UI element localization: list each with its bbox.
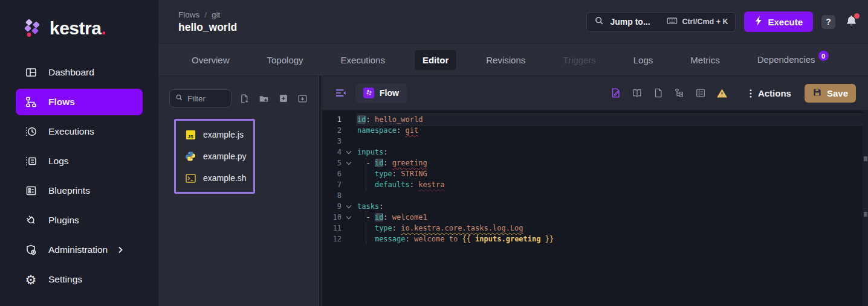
keyboard-icon xyxy=(667,16,678,28)
code-content: message: welcome to {{ inputs.greeting }… xyxy=(356,234,868,244)
indent-guide xyxy=(366,179,366,190)
code-line-7[interactable]: 7 defaults: kestra xyxy=(322,179,868,190)
tab-revisions[interactable]: Revisions xyxy=(478,50,533,70)
code-content: inputs: xyxy=(356,147,868,158)
sidebar-item-label: Administration xyxy=(48,244,108,255)
code-content: - id: greeting xyxy=(356,158,868,168)
editor-tab-flow[interactable]: Flow xyxy=(355,83,407,103)
topology-view-icon[interactable] xyxy=(674,88,685,99)
sidebar-item-settings[interactable]: ⚙Settings xyxy=(16,266,143,293)
save-button[interactable]: Save xyxy=(805,84,856,103)
code-content xyxy=(356,190,868,201)
actions-menu-button[interactable]: ⋮ Actions xyxy=(746,88,791,99)
code-line-2[interactable]: 2namespace: git xyxy=(322,125,868,136)
kestra-logo-icon xyxy=(22,18,44,39)
code-content: namespace: git xyxy=(356,125,868,136)
new-file-icon[interactable] xyxy=(239,94,250,104)
sidebar-item-label: Plugins xyxy=(48,215,79,226)
tab-editor[interactable]: Editor xyxy=(415,50,456,70)
code-line-11[interactable]: 11 type: io.kestra.core.tasks.log.Log xyxy=(322,223,868,234)
indent-guide xyxy=(366,168,366,179)
sidebar-item-label: Executions xyxy=(48,126,94,137)
gutter-spacer xyxy=(342,125,356,136)
code-line-8[interactable]: 8 xyxy=(322,190,868,201)
tab-metrics[interactable]: Metrics xyxy=(682,50,727,70)
file-item[interactable]: JSexample.js xyxy=(176,124,253,145)
tab-label: Topology xyxy=(267,55,303,65)
shortcut-hint: Ctrl/Cmd + K xyxy=(682,18,728,26)
line-number: 8 xyxy=(322,190,342,201)
file-list-highlight-box: JSexample.jsexample.pyexample.sh xyxy=(174,119,255,194)
tab-label: Logs xyxy=(633,55,653,65)
documentation-icon[interactable] xyxy=(632,88,643,99)
code-line-10[interactable]: 10 - id: welcome1 xyxy=(322,212,868,223)
fold-chevron-icon[interactable] xyxy=(342,201,356,212)
collapse-sidebar-icon[interactable] xyxy=(334,86,348,100)
code-line-3[interactable]: 3 xyxy=(322,136,868,147)
header-actions: Jump to... Ctrl/Cmd + K Execute ? xyxy=(586,11,858,32)
new-folder-icon[interactable] xyxy=(259,94,269,104)
file-item[interactable]: example.sh xyxy=(176,167,253,189)
code-editor-pane: Flow xyxy=(322,76,868,306)
code-content: - id: welcome1 xyxy=(356,212,868,223)
tab-label: Triggers xyxy=(563,55,595,65)
sidebar-item-blueprints[interactable]: Blueprints xyxy=(16,177,143,204)
blueprints-view-icon[interactable] xyxy=(695,88,707,99)
filter-input[interactable] xyxy=(187,94,224,103)
sidebar-item-label: Dashboard xyxy=(48,67,94,78)
breadcrumb-flows[interactable]: Flows xyxy=(178,10,199,19)
file-explorer-panel: JSexample.jsexample.pyexample.sh xyxy=(158,76,319,306)
line-number: 1 xyxy=(322,114,342,125)
line-number: 3 xyxy=(322,136,342,147)
file-name: example.js xyxy=(203,130,244,139)
editor-view-icon[interactable] xyxy=(611,88,622,99)
export-folder-icon[interactable] xyxy=(297,94,308,104)
file-name: example.sh xyxy=(203,173,247,183)
file-item[interactable]: example.py xyxy=(176,145,253,167)
svg-text:JS: JS xyxy=(187,133,193,139)
code-line-12[interactable]: 12 message: welcome to {{ inputs.greetin… xyxy=(322,234,868,244)
chevron-right-icon xyxy=(116,246,125,254)
help-button[interactable]: ? xyxy=(821,15,835,29)
code-content xyxy=(356,136,868,147)
notifications-button[interactable] xyxy=(844,14,858,29)
code-line-6[interactable]: 6 type: STRING xyxy=(322,168,868,179)
flow-tabbar: OverviewTopologyExecutionsEditorRevision… xyxy=(158,44,868,76)
warning-icon[interactable] xyxy=(716,88,728,99)
jump-to-search[interactable]: Jump to... Ctrl/Cmd + K xyxy=(586,12,736,32)
tab-executions[interactable]: Executions xyxy=(333,50,393,70)
code-line-4[interactable]: 4inputs: xyxy=(322,147,868,158)
import-icon[interactable] xyxy=(278,94,288,104)
tab-overview[interactable]: Overview xyxy=(184,50,238,70)
sidebar-item-executions[interactable]: Executions xyxy=(16,118,143,145)
scrollbar-warning-mark xyxy=(864,212,867,217)
tab-dependencies[interactable]: Dependencies0 xyxy=(750,49,837,71)
file-icon[interactable] xyxy=(653,88,664,99)
sidebar-item-administration[interactable]: Administration xyxy=(16,237,143,263)
code-line-5[interactable]: 5 - id: greeting xyxy=(322,158,868,168)
gutter-spacer xyxy=(342,136,356,147)
editor-scrollbar[interactable] xyxy=(863,110,868,306)
code-line-9[interactable]: 9tasks: xyxy=(322,201,868,212)
code-line-1[interactable]: 1id: hello_world xyxy=(322,114,868,125)
indent-guide xyxy=(366,212,366,223)
code-editor[interactable]: 1id: hello_world2namespace: git34inputs:… xyxy=(322,110,868,306)
shell-file-icon xyxy=(185,173,196,183)
fold-chevron-icon[interactable] xyxy=(342,212,356,223)
sidebar: kestra. DashboardFlowsExecutionsLogsBlue… xyxy=(0,0,158,306)
tab-logs[interactable]: Logs xyxy=(626,50,661,70)
breadcrumb-namespace[interactable]: git xyxy=(212,10,220,19)
tab-label: Dependencies xyxy=(757,54,815,65)
sidebar-item-plugins[interactable]: Plugins xyxy=(16,207,143,234)
sidebar-item-logs[interactable]: Logs xyxy=(16,148,143,174)
sidebar-item-flows[interactable]: Flows xyxy=(16,89,143,115)
kestra-logo[interactable]: kestra. xyxy=(22,18,158,39)
fold-chevron-icon[interactable] xyxy=(342,147,356,158)
execute-button[interactable]: Execute xyxy=(744,11,813,32)
fold-chevron-icon[interactable] xyxy=(342,158,356,168)
sidebar-nav: DashboardFlowsExecutionsLogsBlueprintsPl… xyxy=(16,59,143,296)
line-number: 2 xyxy=(322,125,342,136)
tab-topology[interactable]: Topology xyxy=(259,50,311,70)
dashboard-icon xyxy=(24,66,37,79)
sidebar-item-dashboard[interactable]: Dashboard xyxy=(16,59,143,86)
